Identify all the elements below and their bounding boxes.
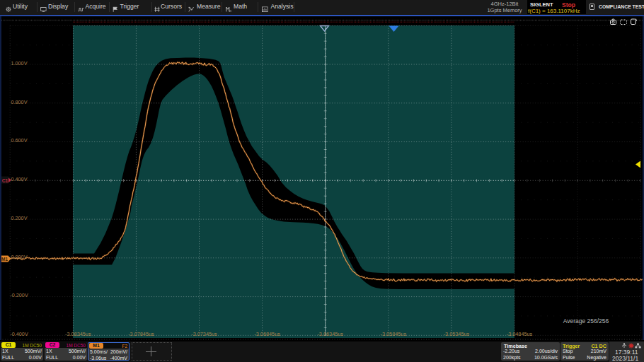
svg-text:0.200V: 0.200V	[11, 215, 27, 221]
svg-text:0.800V: 0.800V	[11, 99, 27, 105]
svg-text:-3.06845us: -3.06845us	[254, 331, 280, 337]
svg-text:-3.08345us: -3.08345us	[65, 331, 91, 337]
svg-text:0.000V: 0.000V	[11, 254, 27, 260]
svg-text:-3.04845us: -3.04845us	[507, 331, 533, 337]
svg-text:-3.07345us: -3.07345us	[191, 331, 217, 337]
svg-text:0.400V: 0.400V	[11, 176, 27, 182]
svg-text:-3.05845us: -3.05845us	[381, 331, 407, 337]
svg-text:-3.06345us: -3.06345us	[317, 331, 343, 337]
svg-text:M1: M1	[1, 257, 8, 262]
svg-text:-0.400V: -0.400V	[10, 331, 28, 337]
svg-text:C1: C1	[2, 178, 8, 183]
svg-text:1.000V: 1.000V	[11, 60, 27, 66]
svg-text:-3.05345us: -3.05345us	[444, 331, 470, 337]
svg-text:Average 256/256: Average 256/256	[563, 317, 609, 325]
svg-text:0.600V: 0.600V	[11, 137, 27, 144]
svg-text:-0.200V: -0.200V	[10, 292, 28, 298]
svg-text:-3.07845us: -3.07845us	[128, 331, 154, 337]
